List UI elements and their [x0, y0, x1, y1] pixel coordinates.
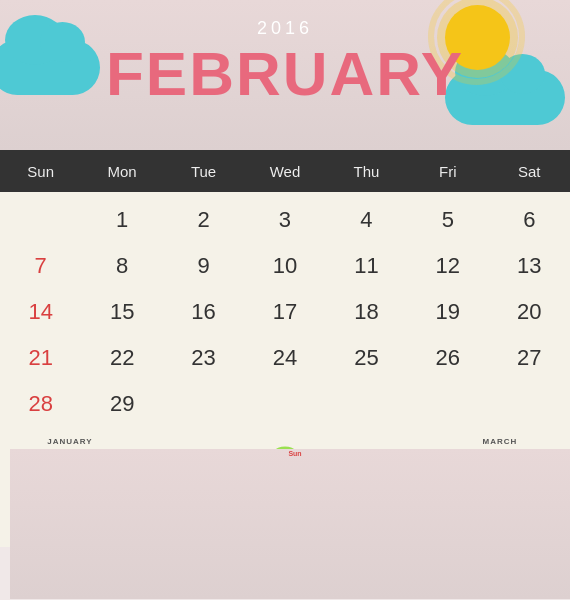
- cloud-left-icon: [0, 40, 100, 95]
- date-cell[interactable]: 21: [0, 335, 81, 381]
- mini-header-cell: Sun: [440, 449, 570, 599]
- date-cell[interactable]: 29: [81, 381, 162, 427]
- year-label: 2016: [257, 18, 313, 39]
- date-cell[interactable]: 7: [0, 243, 81, 289]
- dow-thu: Thu: [326, 150, 407, 192]
- date-cell[interactable]: 22: [81, 335, 162, 381]
- date-cell[interactable]: 25: [326, 335, 407, 381]
- date-cell[interactable]: 16: [163, 289, 244, 335]
- date-cell[interactable]: 5: [407, 197, 488, 243]
- date-cell[interactable]: 1: [81, 197, 162, 243]
- dow-tue: Tue: [163, 150, 244, 192]
- date-cell[interactable]: 4: [326, 197, 407, 243]
- mini-jan-title: JANUARY: [10, 437, 130, 446]
- days-of-week-header: Sun Mon Tue Wed Thu Fri Sat: [0, 150, 570, 192]
- date-cell[interactable]: 23: [163, 335, 244, 381]
- date-cell[interactable]: 17: [244, 289, 325, 335]
- date-cell[interactable]: 11: [326, 243, 407, 289]
- date-cell[interactable]: 20: [489, 289, 570, 335]
- date-cell[interactable]: 3: [244, 197, 325, 243]
- date-cell[interactable]: [489, 381, 570, 427]
- date-cell[interactable]: 19: [407, 289, 488, 335]
- dow-mon: Mon: [81, 150, 162, 192]
- date-cell[interactable]: 14: [0, 289, 81, 335]
- date-cell[interactable]: 28: [0, 381, 81, 427]
- dow-sun: Sun: [0, 150, 81, 192]
- date-cell[interactable]: 10: [244, 243, 325, 289]
- mini-calendar-january: JANUARY SunMonTueWedThuFriSat12345678910…: [10, 437, 130, 600]
- date-cell[interactable]: [163, 381, 244, 427]
- date-cell[interactable]: [0, 197, 81, 243]
- dow-fri: Fri: [407, 150, 488, 192]
- date-cell[interactable]: [244, 381, 325, 427]
- dow-sat: Sat: [489, 150, 570, 192]
- mini-jan-grid: SunMonTueWedThuFriSat1234567891011121314…: [10, 449, 130, 600]
- month-label: FEBRUARY: [106, 38, 464, 109]
- date-cell[interactable]: 12: [407, 243, 488, 289]
- date-cell[interactable]: 13: [489, 243, 570, 289]
- date-cell[interactable]: 9: [163, 243, 244, 289]
- mini-calendar-march: MARCH SunMonTueWedThuFriSat1234567891011…: [440, 437, 560, 600]
- mini-mar-grid: SunMonTueWedThuFriSat1234567891011121314…: [440, 449, 560, 600]
- date-cell[interactable]: 27: [489, 335, 570, 381]
- date-cell[interactable]: 2: [163, 197, 244, 243]
- mini-mar-title: MARCH: [440, 437, 560, 446]
- date-cell[interactable]: 8: [81, 243, 162, 289]
- dates-grid: 1234567891011121314151617181920212223242…: [0, 192, 570, 432]
- date-cell[interactable]: [326, 381, 407, 427]
- date-cell[interactable]: 15: [81, 289, 162, 335]
- dow-wed: Wed: [244, 150, 325, 192]
- date-cell[interactable]: 18: [326, 289, 407, 335]
- bottom-section: JANUARY SunMonTueWedThuFriSat12345678910…: [0, 432, 570, 547]
- date-cell[interactable]: 26: [407, 335, 488, 381]
- date-cell[interactable]: [407, 381, 488, 427]
- date-cell[interactable]: 6: [489, 197, 570, 243]
- date-cell[interactable]: 24: [244, 335, 325, 381]
- calendar-header: 2016 FEBRUARY: [0, 0, 570, 150]
- calendar-body: Sun Mon Tue Wed Thu Fri Sat 123456789101…: [0, 150, 570, 432]
